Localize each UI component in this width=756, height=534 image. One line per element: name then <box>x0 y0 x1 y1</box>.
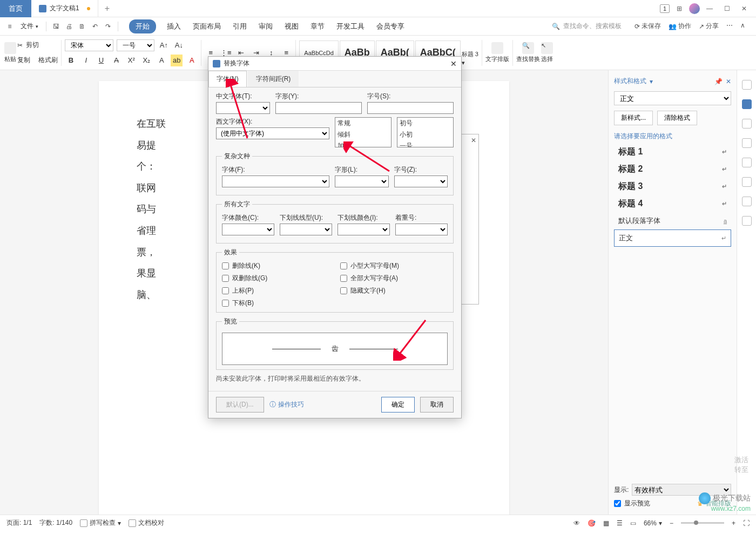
dstrike-check[interactable]: 双删除线(G) <box>222 274 329 283</box>
superscript-button[interactable]: X² <box>125 55 137 66</box>
italic-button[interactable]: I <box>80 55 92 66</box>
rail-icon-7[interactable] <box>742 197 752 206</box>
ucolor-select[interactable] <box>338 224 390 235</box>
share-button[interactable]: ↗分享 <box>699 22 719 31</box>
cancel-button[interactable]: 取消 <box>420 397 454 413</box>
complex-size-select[interactable] <box>394 175 448 187</box>
size-listbox[interactable]: 初号 小初 一号 <box>397 117 454 147</box>
format-painter-button[interactable]: 格式刷 <box>38 56 58 65</box>
redo-icon[interactable]: ↷ <box>103 21 113 32</box>
avatar[interactable] <box>689 3 700 14</box>
style-item-h1[interactable]: 标题 1↵ <box>614 143 731 160</box>
grid-icon[interactable]: ⊞ <box>672 1 687 16</box>
undo-icon[interactable]: ↶ <box>90 21 100 32</box>
style-listbox[interactable]: 常规 倾斜 加粗 <box>335 117 392 147</box>
tab-insert[interactable]: 插入 <box>166 19 182 33</box>
save-icon[interactable]: 🖫 <box>51 21 62 32</box>
style-item-default-para[interactable]: 默认段落字体a <box>614 212 731 229</box>
tab-devtools[interactable]: 开发工具 <box>335 19 366 33</box>
bold-button[interactable]: B <box>65 55 77 66</box>
hamburger-icon[interactable]: ≡ <box>4 21 15 32</box>
find-replace-button[interactable]: 🔍查找替换 <box>516 42 540 63</box>
dialog-close-button[interactable]: ✕ <box>450 59 457 68</box>
rail-icon-5[interactable] <box>742 158 752 167</box>
close-icon[interactable]: ✕ <box>471 137 476 144</box>
decrease-font-icon[interactable]: A↓ <box>173 39 185 51</box>
spellcheck-toggle[interactable]: 拼写检查 ▾ <box>80 518 121 528</box>
default-button[interactable]: 默认(D)... <box>216 397 264 413</box>
style-item-h2[interactable]: 标题 2↵ <box>614 160 731 178</box>
more-icon[interactable]: ⋯ <box>726 22 733 31</box>
preview-checkbox[interactable] <box>614 500 621 507</box>
complex-font-select[interactable] <box>222 175 329 187</box>
print-icon[interactable]: 🖨 <box>64 21 75 32</box>
tab-reference[interactable]: 引用 <box>232 19 248 33</box>
page-indicator[interactable]: 页面: 1/1 <box>6 518 32 528</box>
current-style-select[interactable]: 正文 <box>614 91 731 105</box>
new-tab-button[interactable]: + <box>98 4 116 13</box>
dialog-tab-font[interactable]: 字体(N) <box>208 71 247 87</box>
complex-style-select[interactable] <box>335 175 389 187</box>
size-input[interactable] <box>367 102 454 114</box>
strike-check[interactable]: 删除线(K) <box>222 261 329 271</box>
new-style-button[interactable]: 新样式... <box>614 111 653 125</box>
view-layout2-icon[interactable]: ☰ <box>617 519 623 527</box>
style-item-body[interactable]: 正文↵ <box>614 229 731 247</box>
cooperate-button[interactable]: 👥协作 <box>669 22 691 31</box>
subscript-button[interactable]: X₂ <box>140 55 152 66</box>
print-preview-icon[interactable]: 🗎 <box>77 21 87 32</box>
emphasis-select[interactable] <box>395 224 448 235</box>
underline-select[interactable] <box>280 224 332 235</box>
tab-start[interactable]: 开始 <box>129 19 156 33</box>
rail-icon-4[interactable] <box>742 138 752 148</box>
strike-button[interactable]: A̶ <box>110 55 122 66</box>
docproof-toggle[interactable]: 文档校对 <box>129 518 164 528</box>
tab-member[interactable]: 会员专享 <box>375 19 406 33</box>
ok-button[interactable]: 确定 <box>381 397 415 413</box>
zoom-control[interactable]: 66% ▾ <box>644 519 662 527</box>
minimize-button[interactable]: — <box>702 1 717 16</box>
select-button[interactable]: ↖选择 <box>541 42 553 63</box>
view-focus-icon[interactable]: 🎯 <box>588 519 596 527</box>
style-item-h3[interactable]: 标题 3↵ <box>614 178 731 195</box>
tab-document[interactable]: 文字文稿1 <box>31 0 98 17</box>
cn-font-select[interactable] <box>216 102 270 114</box>
western-font-select[interactable]: (使用中文字体) <box>216 127 329 139</box>
font-name-select[interactable]: 宋体 <box>65 39 113 51</box>
file-menu[interactable]: 文件▾ <box>17 22 42 31</box>
style-input[interactable] <box>275 102 362 114</box>
rail-icon-6[interactable] <box>742 177 752 187</box>
maximize-button[interactable]: ☐ <box>719 1 734 16</box>
fullscreen-icon[interactable]: ⛶ <box>743 519 750 527</box>
highlight-button[interactable]: ab <box>171 55 183 66</box>
rail-icon-1[interactable] <box>742 80 752 90</box>
zoom-slider[interactable] <box>681 522 724 524</box>
style-item-h4[interactable]: 标题 4↵ <box>614 195 731 212</box>
pin-icon[interactable]: 📌 <box>714 78 723 85</box>
close-button[interactable]: ✕ <box>737 1 752 16</box>
dialog-tab-spacing[interactable]: 字符间距(R) <box>248 71 299 87</box>
sub-check[interactable]: 下标(B) <box>222 299 329 308</box>
tab-review[interactable]: 审阅 <box>258 19 274 33</box>
word-count[interactable]: 字数: 1/140 <box>39 518 72 528</box>
unsaved-status[interactable]: ⟳未保存 <box>634 22 661 31</box>
allcaps-check[interactable]: 全部大写字母(A) <box>340 274 448 283</box>
rail-icon-3[interactable] <box>742 119 752 129</box>
tab-view[interactable]: 视图 <box>284 19 300 33</box>
cut-button[interactable]: ✂剪切 <box>17 38 58 52</box>
rail-icon-8[interactable] <box>742 216 752 226</box>
command-search[interactable]: 🔍 查找命令、搜索模板 <box>552 22 622 31</box>
super-check[interactable]: 上标(P) <box>222 286 329 295</box>
smallcaps-check[interactable]: 小型大写字母(M) <box>340 261 448 271</box>
text-layout-button[interactable]: 文字排版 <box>485 42 509 63</box>
zoom-out-button[interactable]: − <box>670 519 673 527</box>
hidden-check[interactable]: 隐藏文字(H) <box>340 286 448 295</box>
style-dropdown[interactable]: 标题 3 ▾ <box>462 39 478 66</box>
copy-button[interactable]: 复制 <box>17 56 30 65</box>
badge-count[interactable]: 1 <box>660 4 670 13</box>
paste-button[interactable]: 粘贴 <box>4 42 16 63</box>
text-effect-button[interactable]: A <box>156 55 167 66</box>
increase-font-icon[interactable]: A↑ <box>158 39 170 51</box>
tab-layout[interactable]: 页面布局 <box>192 19 222 33</box>
tab-chapter[interactable]: 章节 <box>309 19 326 33</box>
